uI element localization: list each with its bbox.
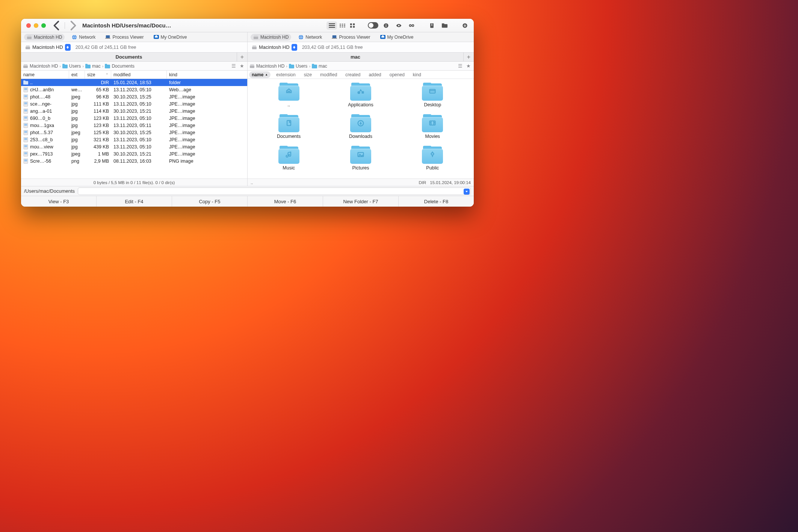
fn-button[interactable]: Copy - F5: [172, 196, 248, 207]
icon-header-extension[interactable]: extension: [274, 71, 298, 78]
favorite-item[interactable]: My OneDrive: [151, 34, 190, 41]
folder-item[interactable]: Pictures: [326, 146, 395, 171]
table-row[interactable]: cHJ…anBnwe…65 KB13.11.2023, 05:10Web…age: [21, 86, 247, 93]
path-input[interactable]: [78, 187, 471, 195]
favorite-item[interactable]: Macintosh HD: [251, 34, 291, 41]
drive-stepper-icon[interactable]: [292, 44, 297, 51]
list-mini-icon[interactable]: ☰: [230, 63, 237, 69]
icon-header-kind[interactable]: kind: [410, 71, 424, 78]
folder-item[interactable]: Downloads: [326, 114, 395, 139]
table-row[interactable]: phot…5.37jpeg125 KB30.10.2023, 15:25JPE……: [21, 129, 247, 136]
row-ext: jpg: [69, 123, 85, 128]
icon-header-modified[interactable]: modified: [317, 71, 340, 78]
tab-right[interactable]: mac: [248, 53, 463, 61]
folder-icon: [23, 80, 28, 85]
breadcrumb-item[interactable]: mac: [312, 63, 327, 69]
new-tab-right[interactable]: +: [463, 53, 474, 61]
folder-item[interactable]: Music: [254, 146, 323, 171]
breadcrumb-item[interactable]: Users: [289, 63, 307, 69]
table-row[interactable]: sce…nge-jpg111 KB13.11.2023, 05:10JPE…im…: [21, 100, 247, 107]
svg-rect-48: [105, 65, 110, 68]
table-row[interactable]: pex…7913jpeg1 MB30.10.2023, 15:21JPE…ima…: [21, 150, 247, 157]
col-modified[interactable]: modified: [111, 71, 167, 79]
close-button[interactable]: [26, 23, 31, 28]
folder-item[interactable]: Applications: [326, 83, 395, 107]
table-row[interactable]: 690…0_bjpg123 KB13.11.2023, 05:10JPE…ima…: [21, 115, 247, 122]
svg-point-19: [410, 25, 411, 26]
fn-button[interactable]: New Folder - F7: [323, 196, 399, 207]
icon-header-size[interactable]: size: [301, 71, 314, 78]
drive-selector-left[interactable]: Macintosh HD: [23, 43, 73, 51]
favorite-item[interactable]: My OneDrive: [378, 34, 416, 41]
favorite-item[interactable]: Macintosh HD: [24, 34, 65, 41]
minimize-button[interactable]: [34, 23, 38, 28]
svg-rect-24: [441, 23, 444, 24]
drive-selector-right[interactable]: Macintosh HD: [250, 43, 299, 51]
forward-button[interactable]: [68, 21, 78, 30]
svg-rect-10: [353, 23, 355, 25]
drive-stepper-icon[interactable]: [65, 44, 71, 51]
fn-button[interactable]: Delete - F8: [399, 196, 474, 207]
favorite-item[interactable]: Process Viewer: [329, 34, 373, 41]
table-row[interactable]: phot….48jpeg96 KB30.10.2023, 15:25JPE…im…: [21, 93, 247, 100]
table-row[interactable]: 253…c8_bjpg321 KB13.11.2023, 05:10JPE…im…: [21, 136, 247, 143]
disk-icon: [252, 45, 257, 50]
fn-button[interactable]: Move - F6: [248, 196, 323, 207]
tab-left[interactable]: Documents: [21, 53, 237, 61]
folder-label: Public: [426, 165, 439, 171]
breadcrumb-bar: Macintosh HD›Users›mac›Documents☰★ Macin…: [21, 62, 474, 71]
svg-rect-71: [24, 131, 27, 133]
folder-icon: [421, 83, 444, 101]
new-tab-left[interactable]: +: [237, 53, 247, 61]
fn-button[interactable]: View - F3: [21, 196, 97, 207]
zoom-button[interactable]: [41, 23, 46, 28]
icon-header-name[interactable]: name ▲: [249, 71, 271, 78]
table-row[interactable]: ..DIR15.01.2024, 18:53folder: [21, 79, 247, 86]
fn-button[interactable]: Edit - F4: [97, 196, 172, 207]
table-row[interactable]: Scre…-56png2,9 MB08.11.2023, 16:03PNG im…: [21, 157, 247, 165]
favorite-star-icon[interactable]: ★: [465, 63, 472, 69]
archive-icon[interactable]: [426, 21, 437, 30]
breadcrumb-item[interactable]: Macintosh HD: [23, 63, 58, 69]
icon-header-added[interactable]: added: [366, 71, 384, 78]
search-icon[interactable]: [406, 21, 417, 30]
view-list-icon[interactable]: [326, 21, 337, 30]
svg-rect-49: [105, 64, 107, 65]
breadcrumb-item[interactable]: Users: [62, 63, 81, 69]
favorite-item[interactable]: Process Viewer: [103, 34, 146, 41]
table-row[interactable]: mou…1gxajpg123 KB13.11.2023, 05:11JPE…im…: [21, 122, 247, 129]
download-icon[interactable]: [459, 21, 470, 30]
folder-icon: [421, 114, 444, 132]
icon-body[interactable]: ..ApplicationsDesktopDocumentsDownloadsM…: [248, 79, 474, 178]
folder-item[interactable]: Public: [398, 146, 467, 171]
col-size[interactable]: size ⌃: [85, 71, 111, 79]
path-dropdown-icon[interactable]: [464, 189, 470, 195]
col-ext[interactable]: ext: [69, 71, 85, 79]
icon-header-opened[interactable]: opened: [387, 71, 407, 78]
right-panel: name ▲extensionsizemodifiedcreatedaddedo…: [247, 71, 474, 186]
favorite-star-icon[interactable]: ★: [239, 63, 245, 69]
toggle-hidden-icon[interactable]: [368, 21, 378, 30]
breadcrumb-item[interactable]: Macintosh HD: [249, 63, 284, 69]
info-icon[interactable]: [381, 21, 391, 30]
icon-header-created[interactable]: created: [343, 71, 363, 78]
col-kind[interactable]: kind: [167, 71, 247, 79]
folder-item[interactable]: Documents: [254, 114, 323, 139]
view-icons-icon[interactable]: [348, 21, 358, 30]
quicklook-icon[interactable]: [393, 21, 404, 30]
view-columns-icon[interactable]: [337, 21, 348, 30]
folder-item[interactable]: Movies: [398, 114, 467, 139]
list-body[interactable]: ..DIR15.01.2024, 18:53foldercHJ…anBnwe…6…: [21, 79, 247, 178]
folder-item[interactable]: Desktop: [398, 83, 467, 107]
breadcrumb-item[interactable]: mac: [85, 63, 101, 69]
favorite-item[interactable]: Network: [296, 34, 325, 41]
back-button[interactable]: [52, 21, 62, 30]
table-row[interactable]: mou…viewjpg439 KB13.11.2023, 05:10JPE…im…: [21, 143, 247, 150]
new-folder-icon[interactable]: [439, 21, 450, 30]
favorite-item[interactable]: Network: [69, 34, 98, 41]
list-mini-icon[interactable]: ☰: [457, 63, 464, 69]
col-name[interactable]: name: [21, 71, 69, 79]
folder-item[interactable]: ..: [254, 83, 323, 107]
table-row[interactable]: ang…a-01jpg114 KB30.10.2023, 15:21JPE…im…: [21, 107, 247, 115]
breadcrumb-item[interactable]: Documents: [105, 63, 135, 69]
